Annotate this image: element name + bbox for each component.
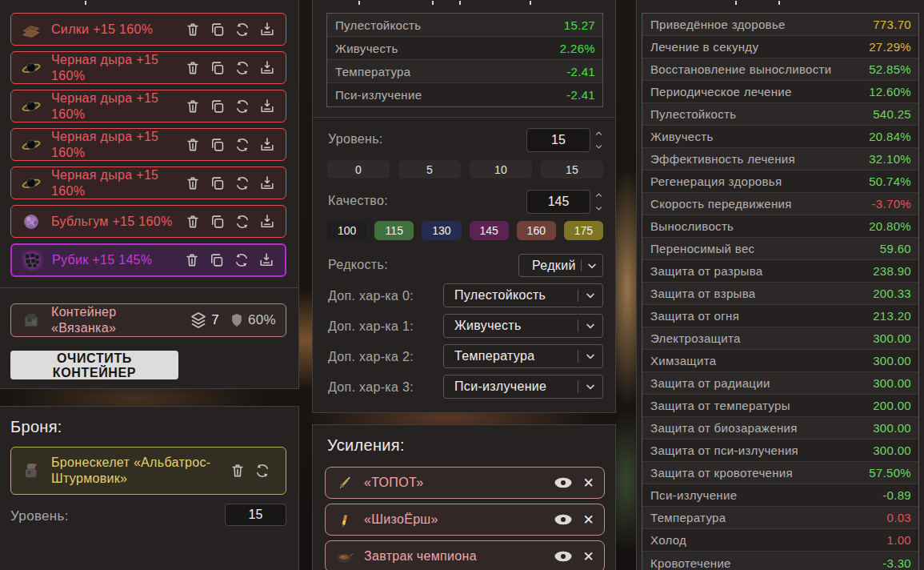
- level-preset-button[interactable]: 15: [541, 160, 603, 179]
- download-icon[interactable]: [258, 59, 276, 77]
- stat-value: 300.00: [873, 331, 911, 345]
- download-icon[interactable]: [258, 21, 276, 38]
- download-icon[interactable]: [258, 175, 276, 192]
- clear-container-button[interactable]: ОЧИСТИТЬ КОНТЕЙНЕР: [10, 351, 178, 379]
- extra-stat-dropdown[interactable]: Пулестойкость: [443, 283, 603, 307]
- trash-icon[interactable]: [184, 136, 202, 154]
- stat-label: Лечение в секунду: [650, 40, 758, 54]
- layers-icon: [189, 311, 208, 330]
- stat-value: 2.26%: [560, 42, 595, 55]
- stat-label: Периодическое лечение: [650, 85, 792, 98]
- extra-stat-dropdown[interactable]: Живучесть: [443, 314, 603, 338]
- eye-icon[interactable]: [554, 550, 573, 563]
- level-stepper[interactable]: [594, 129, 605, 151]
- artifact-card[interactable]: Бубльгум +15 160%: [10, 205, 286, 238]
- download-icon[interactable]: [258, 136, 276, 154]
- section-divider: [313, 117, 615, 118]
- download-icon[interactable]: [258, 251, 275, 269]
- artifact-card[interactable]: Черная дыра +15 160%: [10, 51, 286, 84]
- boost-card[interactable]: Завтрак чемпиона ✕: [325, 540, 605, 570]
- chevron-up-icon[interactable]: [594, 191, 604, 199]
- download-icon[interactable]: [258, 213, 276, 231]
- rarity-value: Редкий: [532, 259, 581, 273]
- stat-row: Скорость передвижения-3.70%: [642, 193, 918, 215]
- artifact-card[interactable]: Черная дыра +15 160%: [10, 90, 286, 122]
- container-card[interactable]: Контейнер «Вязанка» 7 60%: [10, 303, 286, 337]
- eye-icon[interactable]: [554, 513, 573, 526]
- quality-preset-button[interactable]: 175: [564, 221, 603, 240]
- level-preset-button[interactable]: 10: [470, 160, 532, 179]
- level-preset-button[interactable]: 5: [398, 160, 461, 179]
- download-icon[interactable]: [258, 98, 276, 115]
- extra-stat-dropdown[interactable]: Температура: [443, 344, 603, 368]
- artifact-name: Рубик +15 145%: [52, 252, 174, 268]
- close-icon[interactable]: ✕: [582, 513, 594, 527]
- copy-icon[interactable]: [208, 251, 226, 269]
- quality-preset-button[interactable]: 130: [422, 221, 461, 240]
- armor-name: Бронескелет «Альбатрос-Штурмовик»: [51, 455, 219, 487]
- copy-icon[interactable]: [209, 59, 226, 77]
- quality-presets: 100 115 130 145 160 175: [327, 221, 603, 240]
- clipped-title-fragment: [735, 1, 737, 5]
- close-icon[interactable]: ✕: [582, 550, 594, 564]
- stat-label: Скорость передвижения: [650, 197, 792, 211]
- copy-icon[interactable]: [209, 136, 226, 154]
- boost-name: «ШизоЁрш»: [364, 512, 544, 527]
- eye-icon[interactable]: [554, 476, 573, 489]
- copy-icon[interactable]: [209, 21, 226, 38]
- refresh-icon[interactable]: [234, 136, 251, 154]
- chevron-down-icon[interactable]: [594, 204, 604, 213]
- copy-icon[interactable]: [209, 175, 226, 192]
- artifact-name: Бубльгум +15 160%: [51, 214, 174, 230]
- stat-row: Пси-излучение-0.89: [642, 484, 918, 507]
- artifact-card[interactable]: Силки +15 160%: [10, 13, 286, 46]
- stat-row: Защита от радиации300.00: [642, 372, 918, 395]
- refresh-icon[interactable]: [234, 59, 251, 77]
- refresh-icon[interactable]: [234, 21, 251, 38]
- armor-card[interactable]: Бронескелет «Альбатрос-Штурмовик»: [10, 447, 286, 495]
- refresh-icon[interactable]: [234, 175, 251, 192]
- quality-input[interactable]: [526, 190, 590, 214]
- armor-level-input[interactable]: [225, 504, 286, 526]
- copy-icon[interactable]: [209, 98, 226, 115]
- stat-row: Температура0.03: [642, 507, 918, 529]
- stat-label: Пси-излучение: [650, 488, 737, 502]
- extra-stat-value: Температура: [454, 349, 578, 363]
- clipped-title-fragment: [778, 1, 780, 5]
- trash-icon[interactable]: [184, 175, 202, 192]
- copy-icon[interactable]: [209, 213, 226, 231]
- quality-label: Качество:: [328, 194, 388, 208]
- chevron-down-icon: [584, 350, 597, 363]
- rarity-dropdown[interactable]: Редкий: [518, 254, 603, 277]
- trash-icon[interactable]: [184, 21, 202, 38]
- summary-table: Приведённое здоровье773.70Лечение в секу…: [642, 13, 919, 570]
- artifact-card[interactable]: Черная дыра +15 160%: [10, 167, 286, 199]
- close-icon[interactable]: ✕: [582, 476, 594, 490]
- artifact-card[interactable]: Черная дыра +15 160%: [10, 128, 286, 161]
- chevron-up-icon[interactable]: [594, 129, 604, 138]
- quality-stepper[interactable]: [594, 191, 605, 213]
- quality-preset-button[interactable]: 145: [470, 221, 509, 240]
- stat-label: Эффективность лечения: [650, 152, 795, 166]
- trash-icon[interactable]: [184, 213, 202, 231]
- refresh-icon[interactable]: [233, 251, 250, 269]
- level-preset-button[interactable]: 0: [327, 160, 390, 179]
- refresh-icon[interactable]: [234, 213, 251, 231]
- refresh-icon[interactable]: [234, 98, 251, 115]
- boost-card[interactable]: «ТОПОТ» ✕: [325, 467, 605, 499]
- chevron-down-icon[interactable]: [594, 142, 604, 151]
- quality-preset-button[interactable]: 100: [327, 221, 366, 240]
- boost-card[interactable]: «ШизоЁрш» ✕: [325, 504, 605, 536]
- extra-stat-dropdown[interactable]: Пси-излучение: [443, 375, 603, 399]
- artifact-card-selected[interactable]: Рубик +15 145%: [10, 243, 286, 277]
- quality-preset-button[interactable]: 160: [517, 221, 556, 240]
- stat-row: Защита от температуры200.00: [642, 395, 918, 417]
- trash-icon[interactable]: [183, 251, 201, 269]
- level-input[interactable]: [526, 128, 590, 152]
- trash-icon[interactable]: [184, 59, 202, 77]
- refresh-icon[interactable]: [254, 462, 271, 480]
- trash-icon[interactable]: [184, 98, 202, 115]
- trash-icon[interactable]: [229, 462, 246, 480]
- stat-row: Пси-излучение -2.41: [327, 83, 602, 106]
- quality-preset-button[interactable]: 115: [374, 221, 414, 240]
